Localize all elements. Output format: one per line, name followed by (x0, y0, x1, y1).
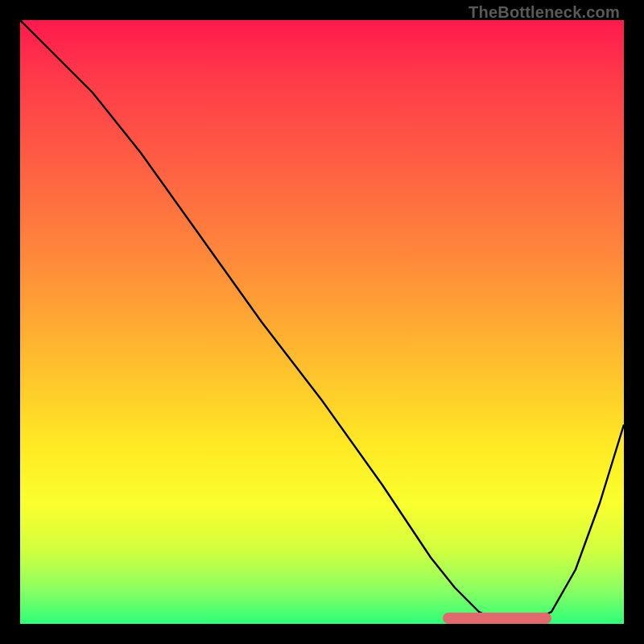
attribution-label: TheBottleneck.com (469, 3, 620, 22)
chart-frame (20, 20, 624, 624)
bottleneck-curve (20, 20, 624, 624)
optimal-range-highlight (443, 613, 551, 624)
